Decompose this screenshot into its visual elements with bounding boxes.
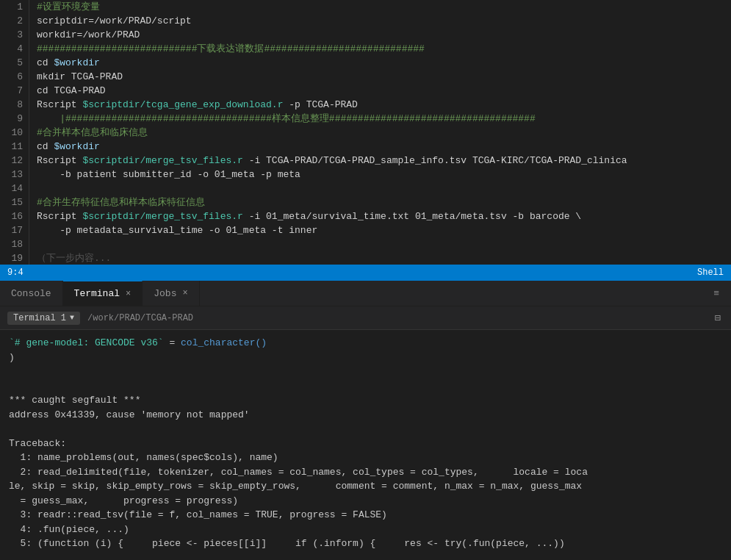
terminal-path: /work/PRAD/TCGA-PRAD [87, 313, 193, 323]
tab-console[interactable]: Console [0, 281, 63, 306]
term-line-15: 5: (function (i) { piece <- pieces[[i]] … [9, 536, 722, 551]
term-line-2: ) [9, 351, 722, 365]
code-content[interactable]: #设置环境变量 scriptdir=/work/PRAD/script work… [29, 0, 731, 265]
status-left: 9:4 [7, 268, 24, 278]
code-line-2: scriptdir=/work/PRAD/script [37, 14, 731, 28]
tab-jobs[interactable]: Jobs × [143, 281, 199, 306]
code-line-15: #合并生存特征信息和样本临床特征信息 [37, 195, 731, 209]
code-line-11: cd $workdir [37, 140, 731, 154]
line-numbers: 12345 678910 1112131415 16171819 [0, 0, 29, 265]
term-line-1: `# gene-model: GENCODE v36` = col_charac… [9, 336, 722, 351]
code-line-7: cd TCGA-PRAD [37, 84, 731, 98]
tab-menu-icon[interactable]: ≡ [707, 288, 725, 299]
terminal-controls: ⊟ [712, 310, 724, 326]
shell-label: Shell [697, 268, 724, 278]
tab-console-label: Console [11, 288, 51, 299]
code-line-9: |####################################样本信… [37, 112, 731, 126]
tab-terminal[interactable]: Terminal × [63, 281, 143, 306]
code-line-4: ############################下载表达谱数据#####… [37, 42, 731, 56]
code-line-1: #设置环境变量 [37, 0, 731, 14]
terminal-name: Terminal 1 [13, 313, 66, 323]
tab-jobs-label: Jobs [154, 288, 176, 299]
code-line-19: （下一步内容... [37, 251, 731, 265]
code-line-5: cd $workdir [37, 56, 731, 70]
tab-terminal-label: Terminal [74, 288, 120, 299]
term-line-14: 4: .fun(piece, ...) [9, 523, 722, 537]
terminal-dropdown-icon: ▼ [70, 314, 74, 322]
code-line-13: -b patient submitter_id -o 01_meta -p me… [37, 168, 731, 182]
term-line-11: le, skip = skip, skip_empty_rows = skip_… [9, 479, 722, 494]
code-line-18 [37, 237, 731, 251]
tab-bar: Console Terminal × Jobs × ≡ [0, 281, 731, 306]
terminal-selector[interactable]: Terminal 1 ▼ [7, 312, 80, 325]
term-line-3 [9, 365, 722, 379]
term-line-7 [9, 422, 722, 437]
term-line-8: Traceback: [9, 437, 722, 451]
term-line-5: *** caught segfault *** [9, 393, 722, 408]
term-line-10: 2: read_delimited(file, tokenizer, col_n… [9, 465, 722, 480]
term-line-9: 1: name_problems(out, names(spec$cols), … [9, 450, 722, 465]
term-line-6: address 0x41339, cause 'memory not mappe… [9, 408, 722, 423]
code-line-3: workdir=/work/PRAD [37, 28, 731, 42]
cursor-position: 9:4 [7, 268, 24, 278]
terminal-area: Terminal 1 ▼ /work/PRAD/TCGA-PRAD ⊟ `# g… [0, 306, 731, 560]
tab-bar-right: ≡ [707, 281, 731, 306]
code-line-16: Rscript $scriptdir/merge_tsv_files.r -i … [37, 209, 731, 223]
tab-terminal-close[interactable]: × [126, 289, 131, 299]
tab-jobs-close[interactable]: × [182, 288, 187, 298]
terminal-toolbar: Terminal 1 ▼ /work/PRAD/TCGA-PRAD ⊟ [0, 306, 731, 330]
code-line-6: mkdir TCGA-PRAD [37, 70, 731, 84]
code-line-10: #合并样本信息和临床信息 [37, 126, 731, 140]
code-editor: 12345 678910 1112131415 16171819 #设置环境变量… [0, 0, 731, 265]
term-line-4 [9, 379, 722, 394]
status-right: Shell [697, 268, 724, 278]
code-line-14 [37, 182, 731, 195]
status-bar: 9:4 Shell [0, 265, 731, 281]
terminal-content[interactable]: `# gene-model: GENCODE v36` = col_charac… [0, 330, 731, 560]
term-line-12: = guess_max, progress = progress) [9, 494, 722, 509]
terminal-minimize-icon[interactable]: ⊟ [712, 310, 724, 326]
code-line-12: Rscript $scriptdir/merge_tsv_files.r -i … [37, 154, 731, 168]
code-line-8: Rscript $scriptdir/tcga_gene_exp_downloa… [37, 98, 731, 112]
term-line-13: 3: readr::read_tsv(file = f, col_names =… [9, 508, 722, 523]
code-line-17: -p metadata_survival_time -o 01_meta -t … [37, 223, 731, 237]
